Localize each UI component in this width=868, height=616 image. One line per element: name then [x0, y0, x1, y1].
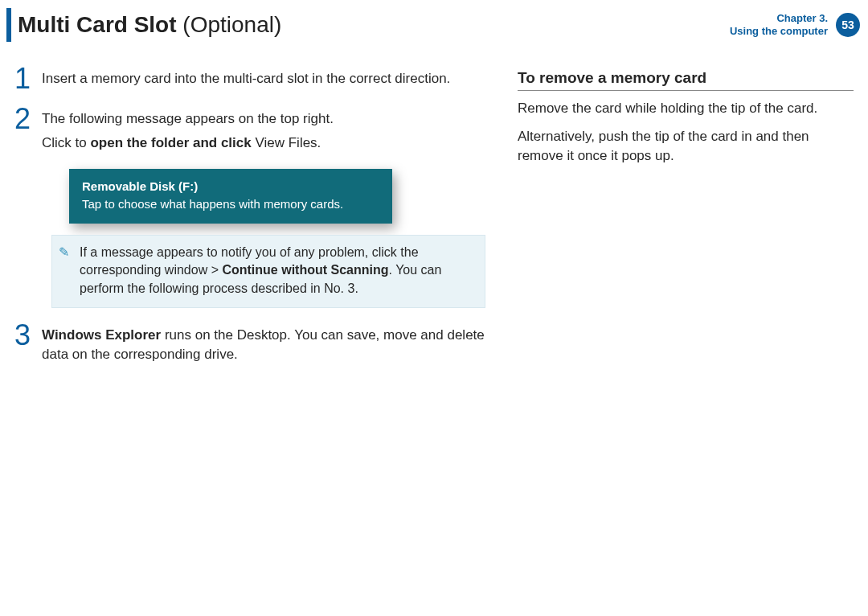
text-bold: open the folder and click	[90, 135, 251, 150]
step-body: The following message appears on the top…	[42, 105, 334, 158]
toast-title: Removable Disk (F:)	[82, 179, 379, 195]
page-title: Multi Card Slot (Optional)	[18, 12, 281, 38]
toast-body: Tap to choose what happens with memory c…	[82, 197, 343, 211]
chapter-line2: Using the computer	[730, 25, 828, 38]
chapter-line1: Chapter 3.	[730, 12, 828, 25]
text-pre: Click to	[42, 135, 90, 150]
title-suffix: (Optional)	[182, 12, 281, 37]
step-body: Insert a memory card into the multi-card…	[42, 64, 450, 93]
title-main: Multi Card Slot	[18, 12, 177, 37]
body-columns: 1 Insert a memory card into the multi-ca…	[14, 64, 854, 602]
step-text: Click to open the folder and click View …	[42, 133, 334, 153]
page-header: Multi Card Slot (Optional) Chapter 3. Us…	[6, 8, 860, 42]
right-column: To remove a memory card Remove the card …	[518, 64, 854, 602]
text-bold: Windows Explorer	[42, 327, 161, 343]
paragraph: Alternatively, push the tip of the card …	[518, 127, 854, 166]
step-3: 3 Windows Explorer runs on the Desktop. …	[14, 321, 485, 369]
note-icon: ✎	[59, 244, 69, 261]
step-2: 2 The following message appears on the t…	[14, 105, 485, 158]
page: Multi Card Slot (Optional) Chapter 3. Us…	[0, 0, 868, 616]
left-column: 1 Insert a memory card into the multi-ca…	[14, 64, 485, 602]
note-bold: Continue without Scanning	[222, 263, 388, 277]
divider	[518, 90, 854, 91]
note-box: ✎ If a message appears to notify you of …	[51, 235, 485, 308]
step-text: Insert a memory card into the multi-card…	[42, 69, 450, 88]
subheading: To remove a memory card	[518, 69, 854, 87]
step-1: 1 Insert a memory card into the multi-ca…	[14, 64, 485, 93]
paragraph: Remove the card while holding the tip of…	[518, 99, 854, 119]
text-post: View Files.	[252, 135, 321, 150]
autoplay-toast: Removable Disk (F:) Tap to choose what h…	[69, 169, 392, 224]
step-number: 1	[14, 64, 42, 93]
chapter-label: Chapter 3. Using the computer	[730, 12, 828, 39]
step-number: 2	[14, 105, 42, 133]
step-text: The following message appears on the top…	[42, 109, 334, 129]
header-right: Chapter 3. Using the computer 53	[730, 12, 860, 39]
step-text: Windows Explorer runs on the Desktop. Yo…	[42, 326, 485, 364]
step-number: 3	[14, 321, 42, 350]
page-number-badge: 53	[836, 13, 860, 37]
header-accent	[6, 8, 11, 42]
step-body: Windows Explorer runs on the Desktop. Yo…	[42, 321, 485, 369]
